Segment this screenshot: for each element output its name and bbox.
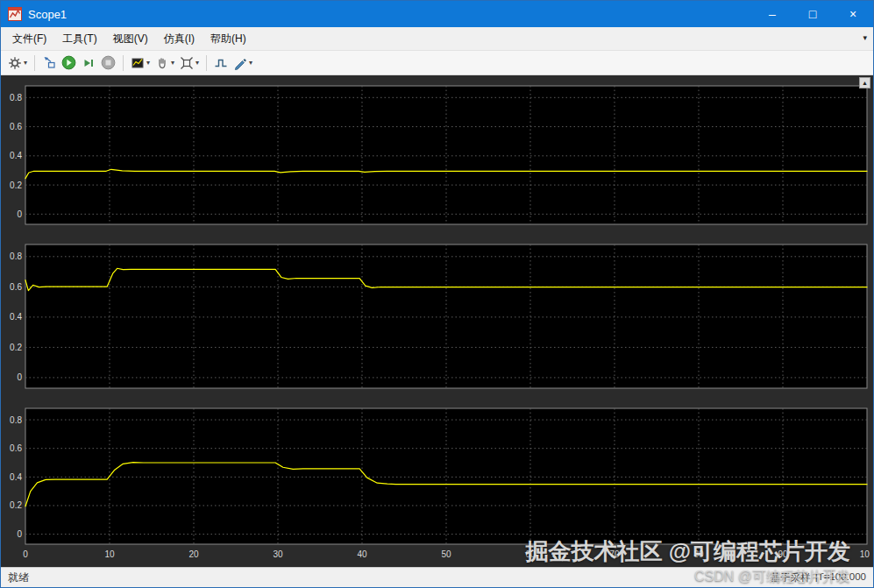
- svg-text:0.6: 0.6: [10, 122, 22, 131]
- scope-canvas: 00.20.40.60.8 00.20.40.60.8 00.20.40.60.…: [1, 75, 873, 567]
- svg-text:80: 80: [693, 549, 704, 559]
- svg-text:0.2: 0.2: [10, 343, 22, 352]
- scope-app-icon: [8, 7, 22, 21]
- step-forward-button[interactable]: [79, 53, 98, 74]
- trigger-button[interactable]: [211, 53, 231, 74]
- svg-text:70: 70: [609, 549, 620, 559]
- menubar: 文件(F) 工具(T) 视图(V) 仿真(I) 帮助(H) ▾: [1, 27, 873, 51]
- style-button[interactable]: ▾: [128, 53, 153, 74]
- settings-button[interactable]: ▾: [5, 53, 30, 74]
- statusbar: 就绪 基于采样 |T=100.000: [1, 567, 873, 587]
- measurements-button[interactable]: ▾: [231, 53, 255, 74]
- highlight-block-button[interactable]: [39, 53, 59, 74]
- svg-text:0.8: 0.8: [10, 251, 22, 261]
- svg-text:0.4: 0.4: [10, 472, 22, 482]
- highlight-block-icon: [42, 56, 56, 70]
- svg-text:0.4: 0.4: [10, 312, 22, 322]
- stop-icon: [101, 55, 116, 70]
- svg-text:30: 30: [273, 549, 283, 559]
- fit-to-view-icon: [180, 56, 194, 70]
- scope-plot-2[interactable]: 00.20.40.60.8: [6, 237, 870, 393]
- toolbar-separator: [123, 55, 124, 71]
- svg-text:10: 10: [104, 549, 115, 559]
- svg-text:0: 0: [23, 549, 28, 559]
- scope-window: Scope1 – □ × 文件(F) 工具(T) 视图(V) 仿真(I) 帮助(…: [0, 0, 874, 588]
- collapse-axes-button[interactable]: ▲: [859, 77, 870, 89]
- run-icon: [61, 55, 76, 70]
- svg-text:0.2: 0.2: [10, 181, 22, 190]
- svg-text:100: 100: [860, 549, 870, 559]
- chevron-down-icon: ▾: [146, 59, 150, 67]
- svg-text:40: 40: [357, 549, 367, 559]
- svg-text:0: 0: [17, 529, 22, 539]
- status-sim-time: |T=100.000: [815, 571, 866, 584]
- chevron-down-icon: ▾: [24, 59, 27, 67]
- menubar-collapse-icon[interactable]: ▾: [863, 33, 867, 42]
- menu-simulation[interactable]: 仿真(I): [156, 27, 203, 51]
- svg-text:0.4: 0.4: [10, 151, 22, 160]
- style-icon: [131, 56, 145, 70]
- chevron-down-icon: ▾: [195, 59, 199, 67]
- menu-file[interactable]: 文件(F): [4, 27, 54, 51]
- settings-gear-icon: [8, 56, 22, 70]
- svg-text:90: 90: [778, 549, 788, 559]
- svg-text:0.2: 0.2: [10, 500, 22, 510]
- chevron-down-icon: ▾: [249, 59, 252, 67]
- svg-text:20: 20: [188, 549, 199, 559]
- status-right: 基于采样 |T=100.000: [771, 571, 866, 584]
- svg-text:0.8: 0.8: [10, 415, 22, 425]
- window-controls: – □ ×: [752, 1, 873, 27]
- scope-plot-1[interactable]: 00.20.40.60.8: [6, 79, 870, 230]
- svg-text:50: 50: [441, 549, 451, 559]
- step-forward-icon: [82, 56, 96, 70]
- toolbar-separator: [206, 55, 207, 71]
- fit-to-view-button[interactable]: ▾: [177, 53, 202, 74]
- status-sample-mode: 基于采样: [771, 571, 811, 584]
- run-button[interactable]: [59, 53, 79, 74]
- pan-button[interactable]: ▾: [153, 53, 177, 74]
- svg-text:0.6: 0.6: [10, 443, 22, 453]
- window-title: Scope1: [28, 8, 67, 21]
- menu-help[interactable]: 帮助(H): [203, 27, 254, 51]
- svg-text:0.6: 0.6: [10, 282, 22, 292]
- pan-hand-icon: [155, 56, 169, 70]
- status-ready-text: 就绪: [8, 570, 29, 585]
- svg-text:0.8: 0.8: [10, 93, 22, 103]
- stop-button[interactable]: [98, 53, 118, 74]
- toolbar: ▾: [1, 51, 873, 75]
- trigger-icon: [214, 56, 228, 70]
- scope-plot-3[interactable]: 00.20.40.60.80102030405060708090100: [6, 401, 870, 565]
- chevron-down-icon: ▾: [171, 59, 174, 67]
- minimize-button[interactable]: –: [752, 1, 792, 27]
- toolbar-separator: [34, 55, 35, 71]
- svg-text:0: 0: [17, 209, 22, 219]
- close-button[interactable]: ×: [833, 1, 873, 27]
- menu-tools[interactable]: 工具(T): [54, 27, 104, 51]
- svg-text:0: 0: [17, 372, 22, 382]
- menu-view[interactable]: 视图(V): [105, 27, 156, 51]
- maximize-button[interactable]: □: [792, 1, 833, 27]
- titlebar: Scope1 – □ ×: [1, 1, 873, 27]
- measurements-icon: [233, 56, 247, 70]
- svg-text:60: 60: [525, 549, 536, 559]
